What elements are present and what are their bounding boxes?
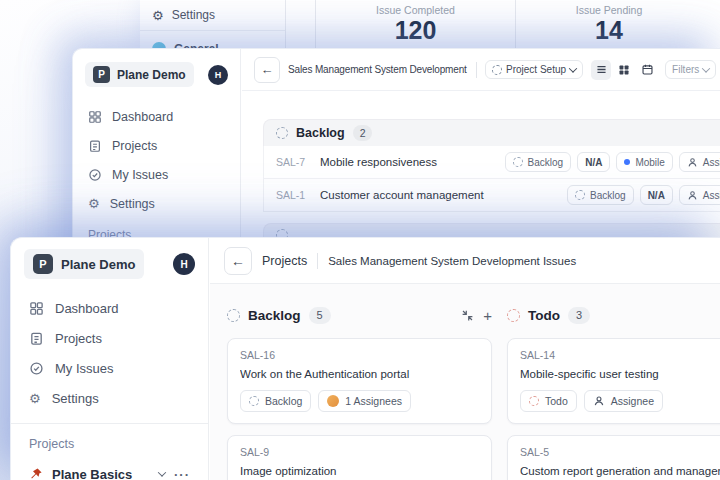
back-button[interactable]: ← xyxy=(254,57,280,83)
assignee-pill[interactable]: 1 Assignees xyxy=(318,390,411,412)
collapse-column-icon[interactable] xyxy=(461,309,474,322)
add-issue-button[interactable]: + xyxy=(483,308,492,323)
issues-header: ← Projects Sales Management System Devel… xyxy=(210,238,720,284)
issue-id: SAL-5 xyxy=(520,446,720,458)
mid-nav: Dashboard Projects My Issues ⚙ Setti xyxy=(73,95,240,218)
nav-label: Dashboard xyxy=(112,110,173,124)
backlog-state-icon xyxy=(575,190,585,200)
sidebar-item-settings[interactable]: ⚙ Settings xyxy=(152,5,273,25)
person-icon xyxy=(687,157,698,168)
list-icon xyxy=(595,63,608,76)
kanban-board: Backlog 5 + SAL-16 Work on the Authentic… xyxy=(210,284,720,480)
workspace-name: Plane Demo xyxy=(61,257,135,272)
state-label: Backlog xyxy=(528,157,564,168)
breadcrumb[interactable]: Projects xyxy=(262,254,307,268)
clipboard-icon xyxy=(88,139,102,153)
chevron-down-icon[interactable] xyxy=(158,468,166,476)
issue-id: SAL-16 xyxy=(240,349,479,361)
sidebar-item-my-issues[interactable]: My Issues xyxy=(29,353,190,383)
backlog-state-icon xyxy=(513,157,523,167)
priority-pill[interactable]: N/A xyxy=(640,185,673,205)
issue-row[interactable]: SAL-1 Customer account management Backlo… xyxy=(263,179,720,212)
person-icon xyxy=(687,190,698,201)
assignee-avatar xyxy=(327,395,339,407)
sidebar-item-settings[interactable]: ⚙ Settings xyxy=(88,189,225,218)
workspace-switcher[interactable]: P Plane Demo xyxy=(24,249,144,279)
issue-card[interactable]: SAL-5 Custom report generation and manag… xyxy=(507,435,720,480)
assignee-pill[interactable]: Assignee xyxy=(679,152,720,172)
check-circle-icon xyxy=(29,361,44,376)
todo-state-icon xyxy=(529,396,539,406)
sidebar-item-projects[interactable]: Projects xyxy=(29,323,190,353)
workspace-logo: P xyxy=(93,66,110,83)
assignee-label: Assignee xyxy=(611,395,654,407)
issue-title: Customer account management xyxy=(320,189,557,201)
clipboard-icon xyxy=(29,331,44,346)
gear-icon: ⚙ xyxy=(29,392,41,405)
issue-card[interactable]: SAL-14 Mobile-specific user testing Todo xyxy=(507,338,720,424)
project-setup-dropdown[interactable]: Project Setup xyxy=(485,60,583,79)
user-avatar[interactable]: H xyxy=(208,65,228,85)
group-name: Backlog xyxy=(296,126,345,140)
group-count-badge: 2 xyxy=(353,125,373,141)
state-label: Backlog xyxy=(590,190,626,201)
label-dot-icon xyxy=(624,159,630,165)
column-count-badge: 5 xyxy=(309,307,331,324)
issue-row[interactable]: SAL-7 Mobile responsiveness Backlog N/A … xyxy=(263,146,720,179)
stat-value: 14 xyxy=(595,17,623,43)
user-avatar[interactable]: H xyxy=(173,253,195,275)
settings-label: Settings xyxy=(172,8,215,22)
issue-id: SAL-9 xyxy=(240,446,479,458)
priority-pill[interactable]: N/A xyxy=(577,152,610,172)
sidebar-project-plane-basics[interactable]: Plane Basics ··· xyxy=(24,463,195,480)
grid-icon xyxy=(618,64,630,76)
assignee-pill[interactable]: Assignee xyxy=(679,185,720,205)
cycles-header: ← Sales Management System Development Cy… xyxy=(242,49,720,91)
header-divider xyxy=(317,253,318,269)
header-divider xyxy=(476,62,477,78)
more-options-icon[interactable]: ··· xyxy=(174,468,190,480)
front-sidebar: P Plane Demo H Dashboard Projects xyxy=(11,238,209,480)
state-pill[interactable]: Todo xyxy=(520,390,577,412)
nav-label: Projects xyxy=(55,331,102,346)
assignee-pill[interactable]: Assignee xyxy=(584,390,663,412)
issue-id: SAL-7 xyxy=(276,156,310,168)
issue-title: Mobile responsiveness xyxy=(320,156,495,168)
back-settings-sidebar: ⚙ Settings General xyxy=(140,0,286,52)
sidebar-item-dashboard[interactable]: Dashboard xyxy=(88,102,225,131)
workspace-switcher[interactable]: P Plane Demo xyxy=(85,62,194,87)
sidebar-item-my-issues[interactable]: My Issues xyxy=(88,160,225,189)
nav-label: Projects xyxy=(112,139,157,153)
nav-label: Settings xyxy=(52,391,99,406)
issue-card[interactable]: SAL-9 Image optimization Backlog 1 Assig… xyxy=(227,435,492,480)
issue-properties: Backlog N/A Mobile Assig xyxy=(505,152,720,172)
assignee-label: Assignee xyxy=(703,157,720,168)
sidebar-item-settings[interactable]: ⚙ Settings xyxy=(29,383,190,413)
backlog-state-icon xyxy=(227,309,240,322)
state-pill[interactable]: Backlog xyxy=(240,390,311,412)
calendar-view-button[interactable] xyxy=(637,60,657,80)
column-header: Backlog 5 + xyxy=(227,305,492,325)
front-window: P Plane Demo H Dashboard Projects xyxy=(10,237,720,480)
pin-icon xyxy=(29,467,43,480)
list-view-button[interactable] xyxy=(591,60,611,80)
filters-dropdown[interactable]: Filters xyxy=(665,60,716,79)
workspace-row: P Plane Demo H xyxy=(73,49,240,95)
sidebar-item-dashboard[interactable]: Dashboard xyxy=(29,293,190,323)
state-pill[interactable]: Backlog xyxy=(505,152,572,172)
issue-card[interactable]: SAL-16 Work on the Authentication portal… xyxy=(227,338,492,424)
backlog-state-icon xyxy=(249,396,259,406)
stat-label: Issue Pending xyxy=(576,4,643,16)
issue-title: Image optimization xyxy=(240,465,479,477)
grid-view-button[interactable] xyxy=(614,60,634,80)
back-button[interactable]: ← xyxy=(224,247,252,275)
state-pill[interactable]: Backlog xyxy=(567,185,634,205)
sidebar-item-projects[interactable]: Projects xyxy=(88,131,225,160)
backlog-group: Backlog 2 SAL-7 Mobile responsiveness Ba… xyxy=(263,119,720,212)
filters-label: Filters xyxy=(672,64,699,75)
backlog-state-icon xyxy=(276,127,288,139)
sidebar-divider xyxy=(11,423,208,424)
page-title: Sales Management System Development Cycl… xyxy=(288,64,468,75)
label-pill[interactable]: Mobile xyxy=(616,152,672,172)
project-setup-label: Project Setup xyxy=(506,64,566,75)
